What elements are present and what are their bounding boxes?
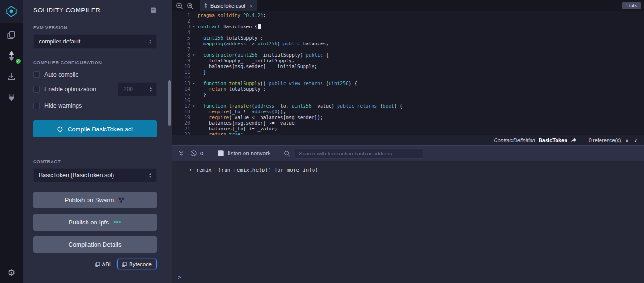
line-number[interactable]: 8 <box>172 52 190 58</box>
publish-ipfs-button[interactable]: Publish on Ipfs IPFS <box>33 214 157 231</box>
contract-select[interactable]: BasicToken (BasicToken.sol) ▲▼ <box>33 168 157 182</box>
code-line[interactable]: 1pragma solidity ^0.4.24; <box>172 13 644 18</box>
optimization-runs-input[interactable]: 200 ▲▼ <box>118 82 157 96</box>
fold-gutter <box>190 126 198 132</box>
line-number[interactable]: 6 <box>172 41 190 47</box>
copy-bytecode-button[interactable]: Bytecode <box>117 259 157 269</box>
solidity-compiler-icon[interactable]: ✓ <box>4 49 18 62</box>
enable-optimization-checkbox[interactable] <box>33 86 40 93</box>
line-number[interactable]: 2 <box>172 18 190 24</box>
jump-to-icon[interactable] <box>571 137 577 143</box>
code-line[interactable]: 7 <box>172 47 644 52</box>
code-line[interactable]: 11 } <box>172 69 644 75</box>
collapse-terminal-icon[interactable] <box>178 150 184 157</box>
line-number[interactable]: 10 <box>172 64 190 69</box>
previous-reference-icon[interactable]: ∧ <box>624 137 629 143</box>
code-line[interactable]: 13▾ function totalSupply() public view r… <box>172 81 644 86</box>
code-line[interactable]: 8▾ constructor(uint256 _initialSupply) p… <box>172 52 644 58</box>
plugin-doc-icon[interactable] <box>150 7 157 14</box>
contract-select-value: BasicToken (BasicToken.sol) <box>39 172 114 179</box>
zoom-out-icon[interactable] <box>176 2 183 9</box>
line-number[interactable]: 18 <box>172 109 190 115</box>
line-number[interactable]: 4 <box>172 30 190 35</box>
code-line[interactable]: 2 <box>172 18 644 24</box>
plugin-manager-icon[interactable] <box>4 91 18 104</box>
code-line[interactable]: 18 require(_to != address(0)); <box>172 109 644 115</box>
optimization-runs-value: 200 <box>123 86 133 93</box>
sidebar-scrollbar[interactable] <box>168 80 171 126</box>
line-number[interactable]: 14 <box>172 86 190 92</box>
fold-arrow-icon[interactable]: ▾ <box>190 52 198 58</box>
compile-button[interactable]: Compile BasicToken.sol <box>33 120 157 137</box>
code-text: balances[msg.sender] -= _value; <box>198 120 297 126</box>
code-line[interactable]: 17▾ function transfer(address _to, uint2… <box>172 103 644 109</box>
code-line[interactable]: 21 balances[_to] += _value; <box>172 126 644 132</box>
copy-abi-button[interactable]: ABI <box>95 261 111 267</box>
code-line[interactable]: 19 require(_value <= balances[msg.sender… <box>172 115 644 120</box>
evm-version-select[interactable]: compiler default ▲▼ <box>33 34 157 49</box>
code-line[interactable]: 6 mapping(address => uint256) public bal… <box>172 41 644 47</box>
tabs-count-badge[interactable]: 1 tabs <box>622 2 641 9</box>
code-text: constructor(uint256 _initialSupply) publ… <box>198 52 329 58</box>
line-number[interactable]: 12 <box>172 75 190 81</box>
line-number[interactable]: 3 <box>172 24 190 30</box>
code-text: function transfer(address _to, uint256 _… <box>198 103 403 109</box>
code-line[interactable]: 4 <box>172 30 644 35</box>
line-number[interactable]: 13 <box>172 81 190 86</box>
code-line[interactable]: 10 balances[msg.sender] = _initialSupply… <box>172 64 644 69</box>
tab-basictoken[interactable]: BasicToken.sol × <box>200 0 257 11</box>
publish-swarm-label: Publish on Swarm <box>65 197 114 204</box>
code-line[interactable]: 16 <box>172 98 644 103</box>
code-line[interactable]: 14 return totalSupply_; <box>172 86 644 92</box>
compile-success-check-icon: ✓ <box>16 59 21 64</box>
block-transactions-icon[interactable] <box>190 150 197 157</box>
line-number[interactable]: 20 <box>172 120 190 126</box>
line-number[interactable]: 21 <box>172 126 190 132</box>
code-line[interactable]: 9 totalSupply_ = _initialSupply; <box>172 58 644 64</box>
code-line[interactable]: 15 } <box>172 92 644 98</box>
terminal-prompt[interactable]: > <box>178 274 644 283</box>
code-line[interactable]: 5 uint256 totalSupply_; <box>172 35 644 41</box>
line-number[interactable]: 9 <box>172 58 190 64</box>
fold-arrow-icon[interactable]: ▾ <box>190 81 198 86</box>
code-text: function totalSupply() public view retur… <box>198 81 357 86</box>
ipfs-icon: IPFS <box>113 221 121 224</box>
zoom-in-icon[interactable] <box>187 2 194 9</box>
select-stepper-icon: ▲▼ <box>149 39 152 44</box>
hide-warnings-checkbox[interactable] <box>33 103 40 109</box>
code-line[interactable]: 3▾contract BasicToken { <box>172 24 644 30</box>
remix-logo[interactable] <box>0 0 23 23</box>
line-number[interactable]: 17 <box>172 103 190 109</box>
line-number[interactable]: 15 <box>172 92 190 98</box>
code-text: uint256 totalSupply_; <box>198 35 263 41</box>
fold-arrow-icon[interactable]: ▾ <box>190 103 198 109</box>
deploy-run-icon[interactable] <box>4 70 18 83</box>
select-stepper-icon: ▲▼ <box>149 173 152 178</box>
fold-gutter <box>190 41 198 47</box>
file-explorer-icon[interactable] <box>4 28 18 42</box>
listen-on-network-checkbox[interactable] <box>218 150 224 156</box>
auto-compile-checkbox[interactable] <box>33 71 40 78</box>
code-line[interactable]: 20 balances[msg.sender] -= _value; <box>172 120 644 126</box>
abi-label: ABI <box>102 261 111 267</box>
contract-label: CONTRACT <box>33 159 157 164</box>
code-line[interactable]: 12 <box>172 75 644 81</box>
next-reference-icon[interactable]: ∨ <box>633 137 638 143</box>
close-icon[interactable]: × <box>249 2 253 9</box>
terminal-output[interactable]: _ _ _ __ _ _ • remix (run remix.help() f… <box>172 161 644 283</box>
code-editor[interactable]: 1pragma solidity ^0.4.24;23▾contract Bas… <box>172 11 644 135</box>
line-number[interactable]: 19 <box>172 115 190 120</box>
publish-swarm-button[interactable]: Publish on Swarm <box>33 192 157 208</box>
terminal-search-input[interactable] <box>295 148 423 159</box>
editor-statusbar: ContractDefinition BasicToken 0 referenc… <box>172 135 644 145</box>
fold-arrow-icon[interactable]: ▾ <box>190 24 198 30</box>
line-number[interactable]: 7 <box>172 47 190 52</box>
line-number[interactable]: 16 <box>172 98 190 103</box>
settings-gear-icon[interactable]: ⚙ <box>7 267 15 278</box>
line-number[interactable]: 11 <box>172 69 190 75</box>
copy-icon <box>95 262 100 267</box>
line-number[interactable]: 1 <box>172 13 190 18</box>
compilation-details-button[interactable]: Compilation Details <box>33 236 157 253</box>
line-number[interactable]: 5 <box>172 35 190 41</box>
optimization-row: Enable optimization 200 ▲▼ <box>33 82 157 96</box>
